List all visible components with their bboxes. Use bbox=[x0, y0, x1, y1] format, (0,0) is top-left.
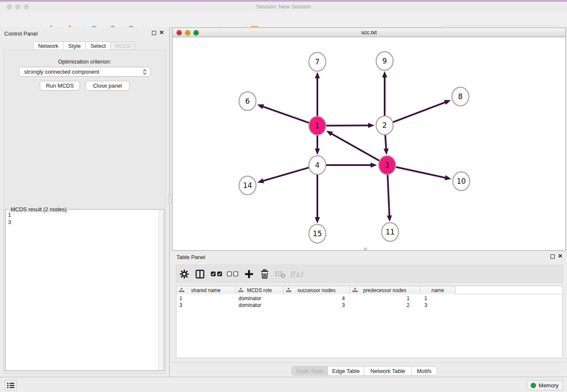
deselect-all-icon bbox=[227, 271, 238, 276]
add-column-button[interactable] bbox=[242, 267, 256, 281]
table-settings-button[interactable] bbox=[177, 267, 191, 281]
graph-node-label: 15 bbox=[313, 229, 322, 238]
function-builder-button[interactable]: f(x) bbox=[289, 267, 303, 281]
tab-style[interactable]: Style bbox=[63, 41, 86, 50]
select-all-button[interactable] bbox=[209, 267, 223, 281]
table-cell: 2 bbox=[350, 302, 420, 309]
panel-divider-grip[interactable] bbox=[168, 195, 171, 203]
delete-table-button[interactable] bbox=[273, 267, 287, 281]
control-panel-tabs: Network Style Select MCDS bbox=[33, 41, 135, 50]
column-header-label: shared name bbox=[191, 287, 220, 293]
table-cell: 1 bbox=[350, 295, 420, 302]
select-all-icon bbox=[211, 271, 222, 276]
graph-edge-arrowhead bbox=[257, 178, 264, 183]
tree-icon bbox=[179, 288, 184, 293]
graph-node-label: 10 bbox=[457, 177, 466, 185]
graph-edge-arrowhead bbox=[387, 215, 392, 222]
mcds-result-line: 1 bbox=[8, 211, 158, 218]
graph-edge-arrowhead bbox=[326, 131, 333, 136]
add-icon bbox=[245, 270, 253, 278]
column-header-label: successor nodes bbox=[297, 287, 336, 293]
column-header-MCDS-role[interactable]: MCDS role bbox=[236, 286, 284, 294]
table-cell: dominator bbox=[236, 302, 284, 309]
graph-node-label: 1 bbox=[315, 121, 320, 130]
delete-column-button[interactable] bbox=[257, 267, 272, 281]
graph-node-label: 14 bbox=[243, 181, 252, 190]
tab-edge-table[interactable]: Edge Table bbox=[328, 366, 364, 375]
graph-edge-arrowhead bbox=[315, 217, 320, 224]
graph-edge-arrowhead bbox=[315, 149, 320, 155]
task-history-button[interactable] bbox=[5, 380, 17, 390]
column-header-successor-nodes[interactable]: successor nodes bbox=[284, 286, 350, 294]
macos-titlebar: Session: New Session bbox=[0, 2, 567, 12]
table-cell: 3 bbox=[284, 302, 350, 309]
canvas-grip[interactable] bbox=[364, 248, 367, 250]
table-panel: Table Panel × bbox=[170, 251, 567, 377]
graph-node-label: 6 bbox=[245, 97, 250, 105]
graph-edge-arrowhead bbox=[445, 175, 451, 180]
graph-edge-1-2[interactable] bbox=[326, 125, 369, 126]
close-table-panel-icon[interactable]: × bbox=[558, 254, 562, 258]
memory-status-icon bbox=[531, 383, 536, 388]
graph-edge-arrowhead bbox=[371, 163, 377, 168]
chevron-updown-icon bbox=[143, 69, 147, 75]
network-view-window: × − + scc.txt 7968124314101511 bbox=[172, 28, 566, 251]
mcds-result-group: MCDS result (2 nodes) 13 bbox=[5, 209, 164, 371]
table-cell: 1 bbox=[420, 295, 456, 302]
function-icon: f(x) bbox=[290, 270, 303, 279]
table-tabs-separator bbox=[170, 362, 567, 363]
graph-edge-3-1[interactable] bbox=[330, 133, 379, 161]
deselect-all-button[interactable] bbox=[225, 267, 239, 281]
column-header-label: predecessor nodes bbox=[363, 287, 406, 293]
show-columns-button[interactable] bbox=[193, 267, 207, 281]
graph-edge-arrowhead bbox=[382, 71, 387, 77]
tab-motifs[interactable]: Motifs bbox=[411, 366, 437, 375]
float-panel-icon[interactable] bbox=[152, 31, 156, 35]
mcds-result-list[interactable]: 13 bbox=[6, 210, 158, 370]
table-row[interactable]: 1dominator411 bbox=[176, 295, 562, 302]
column-header-label: MCDS role bbox=[247, 287, 272, 293]
table-row[interactable]: 3dominator323 bbox=[176, 302, 562, 309]
graph-edge-2-8[interactable] bbox=[393, 102, 446, 122]
graph-edge-arrowhead bbox=[444, 100, 451, 105]
table-body: 1dominator4113dominator323 bbox=[176, 295, 562, 309]
graph-edge-3-11[interactable] bbox=[388, 174, 389, 217]
graph-edge-2-3[interactable] bbox=[385, 134, 386, 150]
mcds-result-line: 3 bbox=[8, 218, 158, 226]
delete-table-icon bbox=[275, 270, 286, 278]
memory-button[interactable]: Memory bbox=[527, 380, 563, 390]
criterion-select[interactable]: strongly connected component bbox=[19, 67, 151, 77]
table-cell: dominator bbox=[236, 295, 284, 302]
network-canvas[interactable]: 7968124314101511 bbox=[173, 37, 565, 250]
tab-network-table[interactable]: Network Table bbox=[364, 366, 412, 375]
column-header-predecessor-nodes[interactable]: predecessor nodes bbox=[350, 286, 420, 294]
columns-icon bbox=[195, 270, 204, 279]
table-header-row: shared nameMCDS rolesuccessor nodesprede… bbox=[176, 286, 562, 294]
table-panel-title: Table Panel bbox=[176, 254, 205, 260]
control-panel: Control Panel × Network Style Select MCD… bbox=[0, 27, 170, 377]
column-header-name[interactable]: name bbox=[420, 286, 456, 294]
close-panel-icon[interactable]: × bbox=[160, 30, 164, 35]
workspace-area: × − + scc.txt 7968124314101511 Table Pan… bbox=[170, 27, 567, 377]
result-scrollbar[interactable] bbox=[158, 210, 163, 370]
close-panel-button[interactable]: Close panel bbox=[85, 81, 129, 91]
float-table-panel-icon[interactable] bbox=[550, 254, 555, 259]
tab-mcds[interactable]: MCDS bbox=[110, 41, 135, 50]
network-view-titlebar: × − + scc.txt bbox=[173, 28, 565, 37]
graph-node-label: 3 bbox=[385, 161, 390, 169]
run-mcds-button[interactable]: Run MCDS bbox=[40, 81, 80, 91]
graph-edge-arrowhead bbox=[384, 149, 389, 155]
tab-network[interactable]: Network bbox=[33, 41, 63, 50]
tab-select[interactable]: Select bbox=[85, 41, 111, 50]
gear-icon bbox=[180, 270, 189, 279]
column-header-label: name bbox=[431, 287, 444, 293]
graph-edge-3-10[interactable] bbox=[396, 167, 446, 178]
graph-edge-arrowhead bbox=[368, 123, 374, 128]
table-cell: 4 bbox=[284, 295, 350, 302]
control-panel-title: Control Panel bbox=[4, 30, 38, 37]
graph-edge-4-14[interactable] bbox=[262, 168, 309, 181]
column-header-shared-name[interactable]: shared name bbox=[176, 286, 236, 294]
list-icon bbox=[7, 382, 14, 389]
tab-node-table[interactable]: Node Table bbox=[292, 366, 328, 375]
graph-edge-1-6[interactable] bbox=[262, 106, 309, 123]
